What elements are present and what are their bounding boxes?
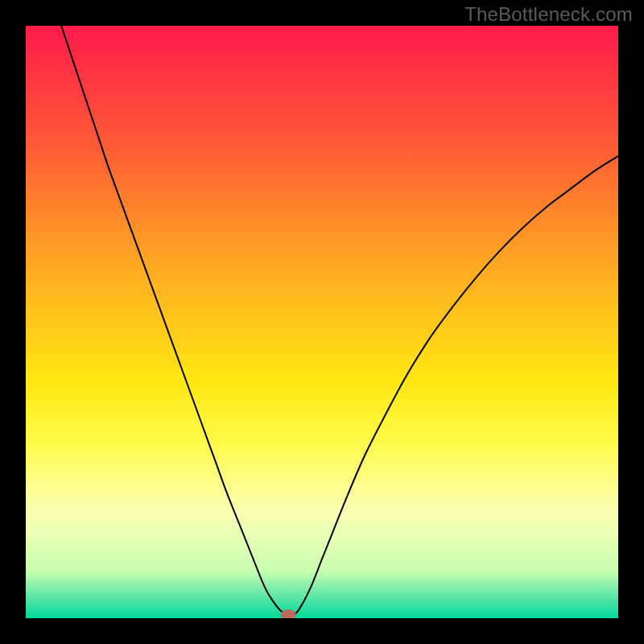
watermark-text: TheBottleneck.com — [464, 3, 633, 26]
chart-svg — [26, 26, 618, 618]
gradient-background — [26, 26, 618, 618]
chart-frame: TheBottleneck.com — [0, 0, 644, 644]
plot-area — [26, 26, 618, 618]
